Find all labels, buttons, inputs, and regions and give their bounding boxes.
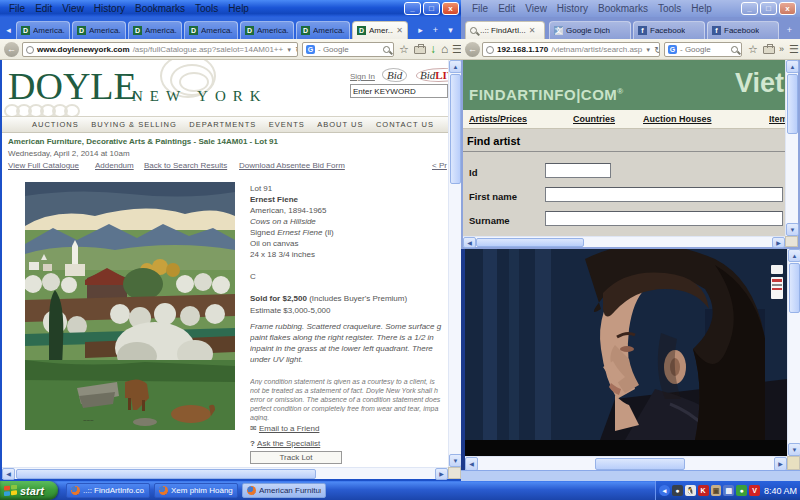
- scrollbar-thumb[interactable]: [789, 263, 800, 313]
- nav-items[interactable]: Items: [769, 114, 785, 124]
- tray-language-icon[interactable]: ●: [736, 485, 747, 496]
- lot-painting[interactable]: ~~~: [25, 182, 235, 430]
- reload-icon[interactable]: ↻: [295, 45, 298, 55]
- close-button[interactable]: x: [779, 2, 796, 15]
- tab-america-active[interactable]: D Amer... ✕: [352, 21, 408, 39]
- scrollbar-thumb[interactable]: [787, 74, 798, 134]
- url-dropdown-icon[interactable]: ▼: [645, 47, 651, 53]
- scroll-right-icon[interactable]: ▶: [772, 237, 785, 248]
- id-input[interactable]: [545, 163, 611, 178]
- tray-vietkey-icon[interactable]: V: [749, 485, 760, 496]
- nav-countries[interactable]: Countries: [573, 114, 615, 124]
- scroll-up-icon[interactable]: ▲: [786, 60, 799, 73]
- menu-history[interactable]: History: [89, 3, 130, 14]
- search-bar[interactable]: G - Google: [664, 42, 742, 57]
- scrollbar-thumb[interactable]: [450, 74, 461, 184]
- tray-camera-icon[interactable]: ●: [672, 485, 683, 496]
- horizontal-scrollbar[interactable]: ◀ ▶: [465, 456, 787, 470]
- titlebar[interactable]: File Edit View History Bookmarks Tools H…: [0, 0, 463, 17]
- tab-america-6[interactable]: D America...: [296, 21, 350, 39]
- scroll-left-icon[interactable]: ◀: [463, 237, 476, 248]
- scrollbar-thumb[interactable]: [476, 238, 584, 247]
- url-bar[interactable]: www.doylenewyork.com/asp/fullCatalogue.a…: [22, 42, 298, 57]
- maximize-button[interactable]: □: [760, 2, 777, 15]
- keyword-search-input[interactable]: [350, 84, 448, 98]
- horizontal-scrollbar[interactable]: ◀ ▶: [463, 236, 785, 247]
- scrollbar-thumb[interactable]: [595, 458, 685, 470]
- tray-collapse-chevron-icon[interactable]: ◂: [659, 485, 670, 496]
- tab-america-3[interactable]: D America...: [128, 21, 182, 39]
- tab-scroll-right-icon[interactable]: ▸: [414, 23, 427, 37]
- tab-facebook-2[interactable]: f Facebook: [707, 21, 779, 39]
- scroll-down-icon[interactable]: ▼: [788, 443, 800, 456]
- vertical-scrollbar[interactable]: ▲ ▼: [448, 60, 461, 467]
- tab-scroll-left-icon[interactable]: ◂: [2, 23, 15, 37]
- new-tab-icon[interactable]: +: [429, 23, 442, 37]
- scroll-right-icon[interactable]: ▶: [435, 468, 448, 480]
- tab-america-1[interactable]: D America...: [16, 21, 70, 39]
- back-to-search-link[interactable]: Back to Search Results: [144, 161, 227, 170]
- scroll-left-icon[interactable]: ◀: [2, 468, 15, 480]
- tray-penguin-icon[interactable]: 🐧: [685, 485, 696, 496]
- taskbar-button-american-furniture[interactable]: American Furnitur...: [242, 483, 326, 498]
- menu-tools[interactable]: Tools: [190, 3, 223, 14]
- tab-america-2[interactable]: D America...: [72, 21, 126, 39]
- tray-media-icon[interactable]: ▣: [711, 485, 722, 496]
- bookmark-star-icon[interactable]: ☆: [399, 42, 409, 57]
- nav-auctions[interactable]: AUCTIONS: [32, 120, 79, 129]
- minimize-button[interactable]: _: [741, 2, 758, 15]
- scroll-left-icon[interactable]: ◀: [465, 457, 478, 471]
- new-tab-icon[interactable]: +: [783, 23, 796, 37]
- video-player[interactable]: [465, 249, 787, 440]
- bid-live-logo[interactable]: BidLIVE: [416, 68, 448, 82]
- menu-bookmarks[interactable]: Bookmarks: [593, 3, 653, 14]
- taskbar-button-xem-phim[interactable]: Xem phim Hoàng ...: [154, 483, 238, 498]
- scrollbar-thumb[interactable]: [16, 469, 316, 479]
- menu-view[interactable]: View: [57, 3, 89, 14]
- tab-findartinfo[interactable]: ..:: FindArtI... ✕: [465, 21, 545, 39]
- email-to-friend-link[interactable]: ✉ Email to a Friend: [250, 424, 319, 433]
- back-icon[interactable]: ←: [4, 42, 19, 57]
- nav-artists-prices[interactable]: Artists/Prices: [469, 114, 527, 124]
- vertical-scrollbar[interactable]: ▲ ▼: [787, 249, 800, 456]
- scroll-right-icon[interactable]: ▶: [774, 457, 787, 471]
- home-icon[interactable]: ⌂: [441, 42, 448, 57]
- scroll-up-icon[interactable]: ▲: [788, 249, 800, 262]
- menu-tools[interactable]: Tools: [653, 3, 686, 14]
- tab-google-dich[interactable]: 文 Google Dịch: [549, 21, 631, 39]
- titlebar[interactable]: File Edit View History Bookmarks Tools H…: [461, 0, 800, 17]
- bookmarks-case-icon[interactable]: [763, 46, 775, 54]
- tab-close-icon[interactable]: ✕: [396, 27, 403, 35]
- view-full-catalogue-link[interactable]: View Full Catalogue: [8, 161, 79, 170]
- overflow-chevron-icon[interactable]: »: [779, 42, 784, 57]
- menu-help[interactable]: Help: [686, 3, 717, 14]
- downloads-icon[interactable]: ↓: [430, 42, 436, 57]
- taskbar-button-findartinfo[interactable]: ..:: FindArtInfo.co...: [66, 483, 150, 498]
- menu-view[interactable]: View: [520, 3, 552, 14]
- search-bar[interactable]: G - Google: [302, 42, 394, 57]
- menu-help[interactable]: Help: [223, 3, 254, 14]
- bookmarks-case-icon[interactable]: [414, 46, 426, 54]
- hamburger-menu-icon[interactable]: ☰: [789, 42, 799, 57]
- menu-edit[interactable]: Edit: [30, 3, 57, 14]
- bid-logo[interactable]: Bid: [382, 68, 407, 82]
- maximize-button[interactable]: □: [423, 2, 440, 15]
- bookmark-star-icon[interactable]: ☆: [748, 42, 758, 57]
- surname-input[interactable]: [545, 211, 783, 226]
- nav-about-us[interactable]: ABOUT US: [317, 120, 363, 129]
- nav-contact-us[interactable]: CONTACT US: [376, 120, 434, 129]
- nav-events[interactable]: EVENTS: [269, 120, 305, 129]
- previous-lot-link[interactable]: < Pr: [432, 161, 447, 170]
- first-name-input[interactable]: [545, 187, 783, 202]
- download-bid-form-link[interactable]: Download Absentee Bid Form: [239, 161, 345, 170]
- menu-bookmarks[interactable]: Bookmarks: [130, 3, 190, 14]
- horizontal-scrollbar[interactable]: ◀ ▶: [2, 467, 448, 479]
- doyle-logo[interactable]: DOYLE: [8, 64, 137, 108]
- tab-facebook-1[interactable]: f Facebook: [633, 21, 705, 39]
- list-tabs-icon[interactable]: ▾: [444, 23, 457, 37]
- url-bar[interactable]: 192.168.1.170/vietnam/artist/search.asp …: [482, 42, 660, 57]
- findartinfo-logo[interactable]: FINDARTINFO|COM®: [469, 86, 624, 103]
- menu-file[interactable]: File: [467, 3, 493, 14]
- tray-network-icon[interactable]: ▤: [723, 485, 734, 496]
- reload-icon[interactable]: ↻: [654, 45, 660, 55]
